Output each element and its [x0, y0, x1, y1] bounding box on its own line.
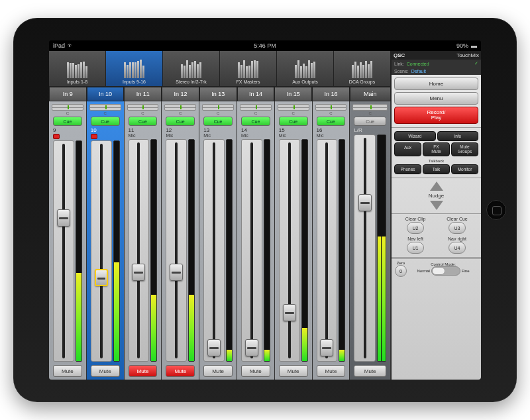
nav-strip[interactable]: DCA Groups — [334, 51, 391, 86]
mute-groups-button[interactable]: Mute Groups — [451, 142, 478, 156]
mute-button[interactable]: Mute — [91, 365, 120, 377]
mute-button[interactable]: Mute — [166, 365, 195, 377]
channel-tab[interactable]: In 16 — [312, 87, 350, 101]
clear-cue-label: Clear Cue — [437, 217, 477, 221]
channel-strips: CCue9MuteCCue10MuteCCue11MicMuteCCue12Mi… — [49, 101, 391, 380]
fader-cap[interactable] — [170, 264, 183, 281]
menu-button[interactable]: Menu — [394, 92, 478, 105]
u4-button[interactable]: U4 — [449, 242, 466, 254]
control-mode-toggle[interactable] — [431, 266, 460, 276]
fader-cap[interactable] — [132, 264, 145, 281]
pan-indicator[interactable] — [315, 104, 347, 111]
u2-button[interactable]: U2 — [407, 222, 424, 234]
zero-label: Zero — [395, 261, 407, 265]
channel-tab[interactable]: In 10 — [87, 87, 125, 101]
fader-zone — [315, 138, 347, 363]
fx-mute-button[interactable]: FX Mute — [423, 142, 450, 156]
info-button[interactable]: Info — [437, 131, 479, 141]
fader-cap[interactable] — [57, 209, 70, 227]
wizard-button[interactable]: Wizard — [394, 131, 436, 141]
pan-indicator[interactable] — [89, 104, 121, 111]
nav-strip[interactable]: Inputs 9-16 — [106, 51, 163, 86]
ipad-home-button[interactable] — [486, 200, 506, 220]
cue-button[interactable]: Cue — [53, 117, 82, 126]
pan-indicator[interactable] — [127, 104, 159, 111]
nav-strip[interactable]: FX Masters — [220, 51, 277, 86]
nav-strip-label: Stereo In/2-Trk — [176, 79, 206, 84]
phones-button[interactable]: Phones — [394, 164, 421, 174]
carrier-label: iPad — [53, 42, 65, 49]
home-button[interactable]: Home — [394, 78, 478, 90]
channel-strip: CCue9Mute — [49, 101, 87, 380]
channel-tab[interactable]: In 14 — [237, 87, 275, 101]
zero-button[interactable]: 0 — [395, 265, 407, 277]
channel-tab[interactable]: In 13 — [199, 87, 237, 101]
cue-button[interactable]: Cue — [317, 117, 346, 126]
fader-track[interactable] — [279, 139, 300, 362]
fader-track[interactable] — [129, 139, 150, 362]
nav-strip[interactable]: Stereo In/2-Trk — [163, 51, 220, 86]
mute-button[interactable]: Mute — [129, 365, 158, 377]
cue-button[interactable]: Cue — [91, 117, 120, 126]
cue-button[interactable]: Cue — [241, 117, 270, 126]
fader-cap[interactable] — [283, 304, 296, 321]
fader-track[interactable] — [53, 140, 74, 362]
main-area: Inputs 1-8Inputs 9-16Stereo In/2-TrkFX M… — [49, 51, 391, 380]
pan-center-label: C — [52, 111, 83, 115]
mute-button[interactable]: Mute — [203, 365, 233, 377]
channel-number: 10 — [89, 127, 121, 133]
mute-button[interactable]: Mute — [53, 365, 82, 377]
fader-cap[interactable] — [245, 339, 258, 356]
channel-tab[interactable]: In 11 — [124, 87, 162, 101]
fader-track[interactable] — [166, 139, 187, 362]
nav-left-label: Nav left — [396, 236, 435, 241]
mute-button[interactable]: Mute — [354, 365, 386, 377]
cue-button[interactable]: Cue — [203, 117, 233, 126]
level-meter — [264, 139, 270, 362]
monitor-button[interactable]: Monitor — [451, 164, 478, 174]
pan-indicator[interactable] — [164, 104, 196, 111]
aux-button[interactable]: Aux — [394, 142, 421, 156]
level-meter — [301, 139, 308, 362]
nav-strip[interactable]: Inputs 1-8 — [49, 51, 106, 86]
fader-cap[interactable] — [95, 269, 108, 286]
pan-indicator[interactable] — [52, 104, 83, 111]
pan-indicator[interactable] — [278, 104, 309, 111]
fader-track[interactable] — [241, 139, 262, 362]
channel-tab[interactable]: In 15 — [274, 87, 312, 101]
u1-button[interactable]: U1 — [407, 242, 424, 254]
talk-button[interactable]: Talk — [423, 164, 450, 174]
nudge-up-button[interactable] — [430, 182, 443, 191]
fader-cap[interactable] — [358, 194, 372, 211]
cue-button[interactable]: Cue — [354, 117, 386, 126]
fader-track[interactable] — [203, 139, 225, 362]
cue-button[interactable]: Cue — [279, 117, 308, 126]
check-icon: ✓ — [474, 61, 478, 66]
fader-cap[interactable] — [320, 339, 333, 356]
mute-button[interactable]: Mute — [241, 365, 270, 377]
fader-track[interactable] — [91, 140, 112, 362]
pan-indicator[interactable] — [352, 104, 388, 111]
main-tab[interactable]: Main — [350, 87, 391, 101]
cue-button[interactable]: Cue — [129, 117, 158, 126]
mute-button[interactable]: Mute — [317, 365, 346, 377]
mute-button[interactable]: Mute — [279, 365, 308, 377]
nav-strip[interactable]: Aux Outputs — [277, 51, 334, 86]
u3-button[interactable]: U3 — [449, 222, 466, 234]
channel-tab[interactable]: In 9 — [49, 87, 87, 101]
pan-indicator[interactable] — [240, 104, 272, 111]
fader-cap[interactable] — [207, 339, 221, 356]
fader-zone — [164, 138, 196, 363]
fader-track[interactable] — [354, 134, 376, 362]
record-play-button[interactable]: Record/ Play — [394, 107, 478, 124]
pan-center-label: C — [89, 111, 121, 115]
channel-name: Mic — [240, 133, 272, 138]
channel-tab[interactable]: In 12 — [162, 87, 199, 101]
cue-button[interactable]: Cue — [166, 117, 195, 126]
fader-track[interactable] — [317, 139, 338, 362]
fader-zone — [52, 139, 83, 363]
fader-zone — [127, 138, 159, 363]
nudge-down-button[interactable] — [430, 201, 443, 210]
pan-center-label: C — [278, 111, 309, 115]
pan-indicator[interactable] — [202, 104, 234, 111]
